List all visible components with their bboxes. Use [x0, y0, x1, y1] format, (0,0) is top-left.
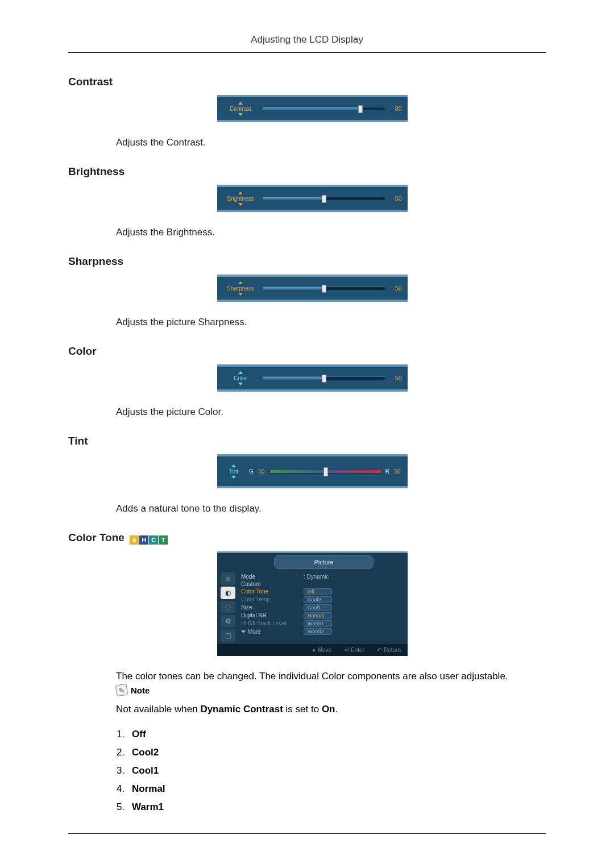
osd-row[interactable]: Digital NRNormal — [241, 612, 403, 619]
colortone-title-text: Color Tone — [68, 531, 127, 543]
osd-footer: ♦ Move ⏎ Enter ↶ Return — [217, 644, 408, 656]
tint-g-label: G — [249, 468, 254, 475]
arrow-down-icon[interactable] — [238, 113, 243, 116]
osd-row-value: : Dynamic — [304, 574, 329, 580]
osd-footer-move: ♦ Move — [313, 647, 332, 653]
section-title-color: Color — [68, 345, 546, 358]
colortone-badges: A H C T — [130, 535, 168, 545]
contrast-slider-label: Contrast — [230, 106, 251, 112]
arrow-down-icon[interactable] — [238, 203, 243, 206]
color-slider-label: Color — [234, 375, 247, 381]
osd-row-value: Normal — [304, 612, 332, 619]
arrow-down-icon[interactable] — [238, 293, 243, 296]
colortone-para: The color tones can be changed. The indi… — [116, 671, 546, 682]
color-slider-track[interactable] — [263, 376, 385, 380]
osd-row-label: Digital NR — [241, 612, 304, 619]
badge-t-icon: T — [159, 535, 168, 545]
osd-row-value: Warm1 — [304, 620, 332, 627]
page-footer-rule — [68, 833, 546, 834]
tint-g-value: 50 — [257, 468, 266, 475]
osd-row[interactable]: Color Temp.Cool2 — [241, 596, 403, 603]
osd-row[interactable]: MoreWarm2 — [241, 628, 403, 635]
osd-row[interactable]: Mode: Dynamic — [241, 574, 403, 580]
osd-row-value: Cool1 — [304, 604, 332, 611]
osd-multi-icon[interactable]: ▢ — [221, 629, 235, 642]
section-title-colortone: Color Tone A H C T — [68, 531, 546, 545]
osd-row[interactable]: Custom — [241, 581, 403, 587]
osd-row-label: HDMI Black Level — [241, 620, 304, 627]
arrow-up-icon[interactable] — [238, 281, 243, 284]
color-slider-label-group: Color — [223, 371, 258, 385]
colortone-options-list: OffCool2Cool1NormalWarm1 — [116, 725, 546, 816]
osd-menu: Picture ⎚ ◐ ◌ ⚙ ▢ Mode: DynamicCustomCol… — [217, 551, 408, 656]
note-icon: ✎ — [115, 684, 128, 697]
osd-row-value: Warm2 — [304, 628, 332, 635]
osd-row-label: More — [241, 628, 304, 635]
osd-title: Picture — [274, 555, 374, 569]
contrast-desc: Adjusts the Contrast. — [116, 137, 546, 148]
badge-a-icon: A — [130, 535, 139, 545]
osd-row[interactable]: HDMI Black LevelWarm1 — [241, 620, 403, 627]
tint-desc: Adds a natural tone to the display. — [116, 503, 546, 514]
osd-menu-list: Mode: DynamicCustomColor ToneOffColor Te… — [241, 572, 403, 642]
arrow-down-icon[interactable] — [238, 383, 243, 385]
dynamic-contrast-note: Not available when Dynamic Contrast is s… — [116, 704, 546, 715]
tint-slider-thumb[interactable] — [323, 467, 328, 476]
osd-row-value: Cool2 — [304, 596, 332, 603]
osd-row-value: Off — [304, 588, 332, 595]
colortone-option: Normal — [127, 780, 546, 798]
osd-picture-icon[interactable]: ◐ — [221, 587, 235, 599]
arrow-up-icon[interactable] — [238, 102, 243, 105]
contrast-slider-label-group: Contrast — [223, 102, 258, 116]
osd-row[interactable]: SizeCool1 — [241, 604, 403, 611]
color-slider-widget: Color 50 — [217, 364, 408, 392]
osd-footer-enter: ⏎ Enter — [344, 647, 364, 653]
badge-h-icon: H — [139, 535, 148, 545]
arrow-up-icon[interactable] — [238, 371, 243, 374]
brightness-slider-widget: Brightness 50 — [217, 185, 408, 212]
arrow-up-icon[interactable] — [231, 464, 236, 467]
contrast-slider-thumb[interactable] — [358, 105, 363, 113]
arrow-down-icon[interactable] — [231, 476, 236, 479]
badge-c-icon: C — [149, 535, 158, 545]
color-slider-thumb[interactable] — [322, 375, 326, 383]
osd-row[interactable]: Color ToneOff — [241, 588, 403, 595]
section-title-tint: Tint — [68, 435, 546, 447]
osd-row-label: Size — [241, 604, 304, 611]
sharpness-slider-widget: Sharpness 50 — [217, 275, 408, 302]
tint-slider-label: Tint — [229, 468, 238, 475]
tint-slider-track[interactable] — [269, 469, 382, 474]
note-label: Note — [131, 686, 150, 695]
sharpness-slider-track[interactable] — [263, 286, 385, 290]
osd-row-label: Custom — [241, 581, 304, 587]
osd-setup-icon[interactable]: ⚙ — [221, 615, 235, 628]
contrast-slider-track[interactable] — [263, 107, 385, 110]
osd-icon-column: ⎚ ◐ ◌ ⚙ ▢ — [219, 572, 237, 642]
tint-r-value: 50 — [393, 468, 402, 475]
brightness-slider-label-group: Brightness — [223, 192, 258, 206]
osd-sound-icon[interactable]: ◌ — [221, 601, 235, 613]
arrow-up-icon[interactable] — [238, 192, 243, 194]
section-title-contrast: Contrast — [68, 76, 546, 88]
sharpness-desc: Adjusts the picture Sharpness. — [116, 317, 546, 328]
sharpness-slider-thumb[interactable] — [322, 285, 326, 293]
osd-row-label: Mode — [241, 574, 304, 580]
section-title-sharpness: Sharpness — [68, 255, 546, 268]
sharpness-slider-value: 50 — [389, 285, 402, 292]
osd-row-label: Color Tone — [241, 588, 304, 595]
brightness-slider-value: 50 — [389, 195, 402, 202]
colortone-option: Cool1 — [127, 762, 546, 780]
colortone-option: Cool2 — [127, 744, 546, 762]
osd-row-label: Color Temp. — [241, 596, 304, 603]
brightness-slider-track[interactable] — [263, 197, 385, 200]
section-title-brightness: Brightness — [68, 165, 546, 178]
contrast-slider-value: 80 — [389, 105, 402, 112]
tint-slider-label-group: Tint — [223, 464, 244, 479]
tint-r-label: R — [385, 468, 389, 475]
tint-slider-widget: Tint G 50 R 50 — [217, 454, 408, 488]
sharpness-slider-label: Sharpness — [227, 285, 254, 292]
osd-input-icon[interactable]: ⎚ — [221, 572, 235, 585]
brightness-slider-thumb[interactable] — [322, 195, 326, 203]
sharpness-slider-label-group: Sharpness — [223, 281, 258, 296]
colortone-option: Warm1 — [127, 798, 546, 816]
